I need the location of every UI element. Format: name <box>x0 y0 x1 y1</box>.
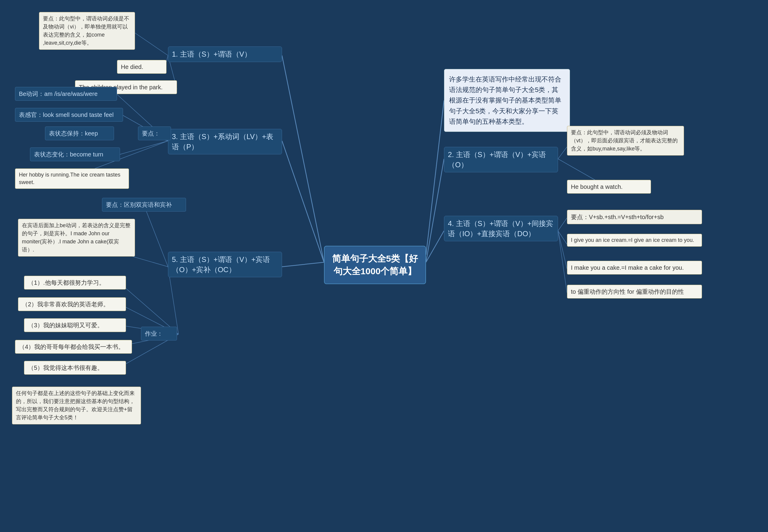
hw2-box: （2）我非常喜欢我的英语老师。 <box>18 297 126 311</box>
example1a-text: He died. <box>121 64 143 70</box>
branch2-node: 2. 主语（S）+谓语（V）+宾语（O） <box>444 147 558 172</box>
note5key-box: 要点：区别双宾语和宾补 <box>102 198 186 212</box>
note3a-box: Be动词：am /is/are/was/were <box>15 87 117 101</box>
note3b-text: 表感官：look smell sound taste feel <box>19 111 114 118</box>
svg-line-18 <box>558 231 567 269</box>
svg-line-4 <box>426 231 444 262</box>
branch4-label: 4. 主语（S）+谓语（V）+间接宾语（IO）+直接宾语（DO） <box>448 219 553 238</box>
svg-line-20 <box>144 205 168 267</box>
note5key-text: 要点：区别双宾语和宾补 <box>106 201 172 208</box>
note5-text: 在宾语后面加上be动词，若表达的含义是完整的句子，则是宾补。I made Joh… <box>22 222 130 253</box>
branch4-node: 4. 主语（S）+谓语（V）+间接宾语（IO）+直接宾语（DO） <box>444 216 558 241</box>
note4-text: 要点：V+sb.+sth.=V+sth+to/for+sb <box>571 214 664 220</box>
example2-box: He bought a watch. <box>567 180 651 194</box>
svg-line-16 <box>558 218 567 231</box>
example4b-box: I make you a cake.=I make a cake for you… <box>567 261 702 275</box>
example3-box: Her hobby is running.The ice cream taste… <box>15 168 129 189</box>
example4a-box: I give you an ice cream.=I give an ice c… <box>567 234 702 247</box>
branch3-label: 3. 主语（S）+系动词（LV）+表语（P） <box>172 132 273 151</box>
svg-line-2 <box>282 262 324 267</box>
note2-text: 要点：此句型中，谓语动词必须及物动词（vt），即后面必须跟宾语，才能表达完整的含… <box>571 129 678 152</box>
hw3-box: （3）我的妹妹聪明又可爱。 <box>24 318 126 332</box>
hw-label-text: 作业： <box>145 330 163 337</box>
example2-text: He bought a watch. <box>571 183 623 190</box>
branch3-node: 3. 主语（S）+系动词（LV）+表语（P） <box>168 129 282 154</box>
example4b-text: I make you a cake.=I make a cake for you… <box>571 264 684 271</box>
hw2-text: （2）我非常喜欢我的英语老师。 <box>22 301 109 308</box>
hw3-text: （3）我的妹妹聪明又可爱。 <box>28 322 103 328</box>
hw1-text: （1）.他每天都很努力学习。 <box>28 279 105 286</box>
branch5-label: 5. 主语（S）+谓语（V）+宾语（O）+宾补（OC） <box>172 255 270 274</box>
branch1-label: 1. 主语（S）+谓语（V） <box>172 50 252 58</box>
hw4-text: （4）我的哥哥每年都会给我买一本书。 <box>19 343 124 350</box>
svg-line-6 <box>135 33 168 55</box>
svg-line-17 <box>558 231 567 244</box>
intro-box: 许多学生在英语写作中经常出现不符合语法规范的句子简单句子大全5类，其根源在于没有… <box>444 69 570 132</box>
hw4-box: （4）我的哥哥每年都会给我买一本书。 <box>15 340 132 354</box>
example4c-text: to 偏重动作的方向性 for 偏重动作的目的性 <box>571 288 684 295</box>
note3c-box: 表状态保持：keep <box>45 126 114 140</box>
note2-box: 要点：此句型中，谓语动词必须及物动词（vt），即后面必须跟宾语，才能表达完整的含… <box>567 126 684 156</box>
note5-box: 在宾语后面加上be动词，若表达的含义是完整的句子，则是宾补。I made Joh… <box>18 219 135 257</box>
hw5-text: （5）我觉得这本书很有趣。 <box>28 364 103 371</box>
example3-text: Her hobby is running.The ice cream taste… <box>19 172 120 185</box>
note1-text: 要点：此句型中，谓语动词必须是不及物动词（vi），即单独使用就可以表达完整的含义… <box>43 16 129 46</box>
branch5-node: 5. 主语（S）+谓语（V）+宾语（O）+宾补（OC） <box>168 252 282 277</box>
center-node: 简单句子大全5类【好句大全1000个简单】 <box>324 246 426 284</box>
note3d-text: 表状态变化：become turn <box>34 151 103 158</box>
note3key-text: 要点： <box>142 130 160 137</box>
note3b-box: 表感官：look smell sound taste feel <box>15 108 123 122</box>
branch2-label: 2. 主语（S）+谓语（V）+宾语（O） <box>448 150 546 169</box>
svg-line-3 <box>426 159 444 262</box>
note3a-text: Be动词：am /is/are/was/were <box>19 91 97 97</box>
note1-box: 要点：此句型中，谓语动词必须是不及物动词（vi），即单独使用就可以表达完整的含义… <box>39 12 135 50</box>
svg-line-14 <box>558 147 567 159</box>
example1a-box: He died. <box>117 60 166 74</box>
note4-box: 要点：V+sb.+sth.=V+sth+to/for+sb <box>567 210 702 224</box>
note3d-box: 表状态变化：become turn <box>30 147 120 161</box>
example4c-box: to 偏重动作的方向性 for 偏重动作的目的性 <box>567 285 702 299</box>
note3c-text: 表状态保持：keep <box>49 130 98 137</box>
conclusion-box: 任何句子都是在上述的这些句子的基础上变化而来的，所以，我们要注意把握这些基本的句… <box>12 387 141 424</box>
hw5-box: （5）我觉得这本书很有趣。 <box>24 361 126 375</box>
hw1-box: （1）.他每天都很努力学习。 <box>24 276 126 290</box>
mind-map: 简单句子大全5类【好句大全1000个简单】 许多学生在英语写作中经常出现不符合语… <box>0 0 768 532</box>
center-label: 简单句子大全5类【好句大全1000个简单】 <box>332 254 418 276</box>
intro-text: 许多学生在英语写作中经常出现不符合语法规范的句子简单句子大全5类，其根源在于没有… <box>449 76 561 125</box>
svg-line-12 <box>120 141 168 154</box>
svg-line-1 <box>282 141 324 262</box>
svg-line-0 <box>282 55 324 262</box>
branch1-node: 1. 主语（S）+谓语（V） <box>168 46 282 62</box>
conclusion-text: 任何句子都是在上述的这些句子的基础上变化而来的，所以，我们要注意把握这些基本的句… <box>16 390 135 421</box>
hw-label-box: 作业： <box>141 327 177 340</box>
svg-line-5 <box>426 100 444 255</box>
example4a-text: I give you an ice cream.=I give an ice c… <box>571 237 694 243</box>
note3key-box: 要点： <box>138 126 171 140</box>
svg-line-19 <box>558 231 567 293</box>
